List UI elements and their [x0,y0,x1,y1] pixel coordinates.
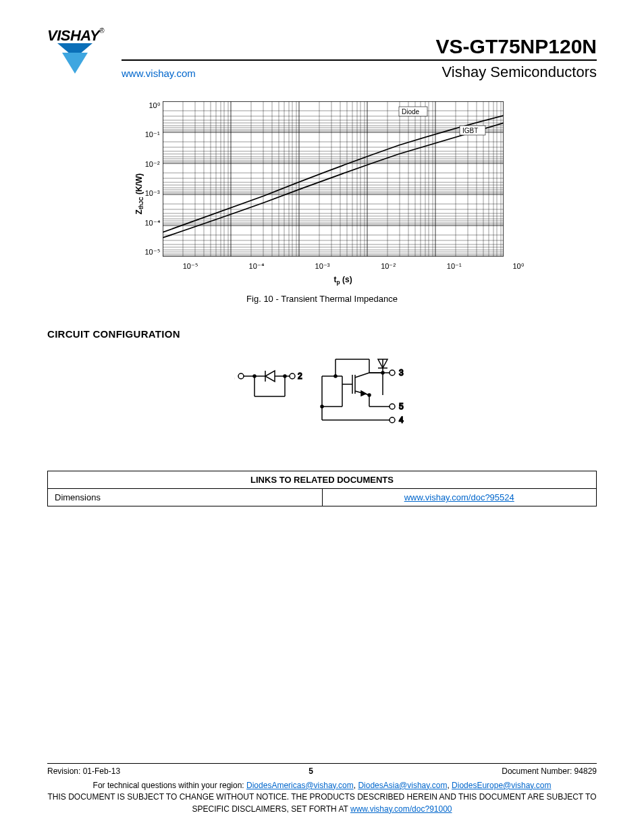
svg-rect-2 [163,101,504,257]
footer-tech-prefix: For technical questions within your regi… [93,781,246,790]
footer-disclaimer: THIS DOCUMENT IS SUBJECT TO CHANGE WITHO… [48,792,597,813]
table-row: Dimensions www.vishay.com/doc?95524 [48,489,597,506]
chart-svg: Diode IGBT [163,101,504,257]
legend-igbt: IGBT [462,127,478,134]
logo-text: VISHAY [47,27,99,44]
series-diode [163,115,504,232]
svg-point-136 [390,417,395,423]
header-right: VS-GT75NP120N www.vishay.com Vishay Semi… [122,27,597,81]
footer-disclaimer-link[interactable]: www.vishay.com/doc?91000 [350,804,452,814]
related-link[interactable]: www.vishay.com/doc?95524 [404,492,514,502]
svg-point-97 [238,373,244,379]
division-name: Vishay Semiconductors [442,63,597,81]
footer-email-1[interactable]: DiodesAmericas@vishay.com [246,781,354,790]
svg-text:5: 5 [399,402,404,411]
logo-registered: ® [99,27,104,34]
circuit-diagram: 1 2 [234,356,410,430]
footer-revision: Revision: 01-Feb-13 [47,766,120,776]
svg-point-140 [321,405,323,408]
svg-point-108 [253,375,256,377]
part-number: VS-GT75NP120N [122,35,597,61]
logo: VISHAY® [47,27,122,76]
svg-point-109 [284,375,286,377]
related-heading: LINKS TO RELATED DOCUMENTS [48,471,597,489]
svg-line-117 [355,373,369,377]
logo-triangle-icon [57,43,92,74]
svg-point-134 [390,404,395,409]
related-documents-table: LINKS TO RELATED DOCUMENTS Dimensions ww… [47,471,597,506]
footer-page: 5 [308,766,313,776]
svg-marker-1 [62,53,88,74]
svg-point-122 [334,375,337,377]
chart-ylabel: ZthJC (K/W) [133,101,144,286]
series-igbt [163,123,504,238]
footer-email-3[interactable]: DiodesEurope@vishay.com [452,781,551,790]
legend-diode: Diode [402,108,420,115]
svg-text:2: 2 [298,371,302,381]
svg-text:3: 3 [399,368,404,377]
figure-caption: Fig. 10 - Transient Thermal Impedance [133,294,511,304]
chart-yticks: 10⁰ 10⁻¹ 10⁻² 10⁻³ 10⁻⁴ 10⁻⁵ [144,101,162,257]
page-header: VISHAY® VS-GT75NP120N www.vishay.com Vis… [47,27,597,81]
section-circuit-config: CIRCUIT CONFIGURATION [47,328,597,340]
svg-text:4: 4 [399,415,404,425]
svg-point-131 [368,394,371,396]
chart-figure: ZthJC (K/W) 10⁰ 10⁻¹ 10⁻² 10⁻³ 10⁻⁴ 10⁻⁵ [133,101,511,304]
footer-email-2[interactable]: DiodesAsia@vishay.com [358,781,447,790]
related-label: Dimensions [48,489,323,506]
site-url-link[interactable]: www.vishay.com [122,68,196,79]
page-footer: Revision: 01-Feb-13 5 Document Number: 9… [47,763,597,815]
svg-point-103 [290,373,295,379]
chart-xticks: 10⁻⁵ 10⁻⁴ 10⁻³ 10⁻² 10⁻¹ 10⁰ [183,262,524,271]
footer-docnum: Document Number: 94829 [502,766,597,776]
svg-point-132 [390,370,395,375]
chart-xlabel: tp (s) [163,275,524,286]
